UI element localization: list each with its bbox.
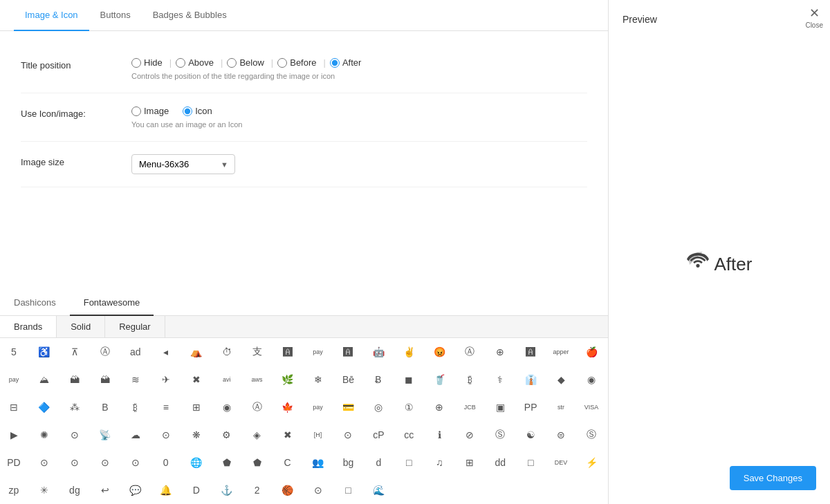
icon-cell[interactable]: ⛰	[30, 366, 58, 393]
icon-cell[interactable]: ⊙	[152, 421, 180, 449]
icon-cell[interactable]: 2	[243, 476, 271, 504]
close-button[interactable]: ✕ Close	[805, 7, 823, 30]
icon-cell[interactable]: Ⓐ	[91, 338, 119, 366]
icon-cell[interactable]: D	[183, 476, 210, 504]
image-size-dropdown[interactable]: Menu-16x16 Menu-24x24 Menu-32x32 Menu-36…	[131, 154, 235, 174]
icon-cell[interactable]: ⬟	[213, 449, 241, 476]
icon-cell[interactable]: ✺	[30, 421, 58, 449]
image-size-select[interactable]: Menu-16x16 Menu-24x24 Menu-32x32 Menu-36…	[131, 154, 235, 174]
icon-cell[interactable]: ⊙	[91, 449, 119, 476]
icon-cell[interactable]: ⊙	[122, 449, 149, 476]
icon-cell[interactable]: 🏀	[274, 476, 302, 504]
icon-cell[interactable]: ①	[395, 393, 423, 421]
icon-cell[interactable]: avi	[213, 366, 241, 393]
icon-cell[interactable]: pay	[304, 393, 332, 421]
icon-cell[interactable]: 5	[0, 338, 28, 366]
icon-cell[interactable]: 🥤	[425, 366, 453, 393]
tab-badges[interactable]: Badges & Bubbles	[142, 0, 238, 31]
icon-cell[interactable]: 🤖	[365, 338, 392, 366]
icon-cell[interactable]: [H]	[304, 421, 332, 449]
icon-cell[interactable]: 💬	[122, 476, 149, 504]
icon-cell[interactable]: ⊕	[486, 338, 514, 366]
icon-cell[interactable]: ⊘	[456, 421, 483, 449]
icon-cell[interactable]: 🏔	[61, 366, 89, 393]
icon-cell[interactable]: ⊙	[61, 449, 89, 476]
icon-cell[interactable]: ✖	[274, 421, 302, 449]
radio-icon[interactable]: Icon	[183, 106, 212, 116]
icon-cell[interactable]: □	[395, 449, 423, 476]
icon-cell[interactable]: Bē	[334, 366, 362, 393]
icon-cell[interactable]: 🔔	[152, 476, 180, 504]
radio-after[interactable]: After	[330, 57, 361, 68]
icon-cell[interactable]: str	[547, 393, 575, 421]
icon-cell[interactable]: dg	[61, 476, 89, 504]
icon-cell[interactable]: 🏔	[91, 366, 119, 393]
icon-cell[interactable]: ℹ	[425, 421, 453, 449]
icon-cell[interactable]: ⚓	[213, 476, 241, 504]
icon-cell[interactable]: ◈	[243, 421, 271, 449]
icon-cell[interactable]: apper	[547, 338, 575, 366]
icon-cell[interactable]: 👔	[517, 366, 544, 393]
icon-cell[interactable]: 支	[243, 338, 271, 366]
icon-cell[interactable]: 👥	[304, 449, 332, 476]
icon-cell[interactable]: ◆	[547, 366, 575, 393]
icon-cell[interactable]: cP	[365, 421, 392, 449]
icon-cell[interactable]: ≋	[122, 366, 149, 393]
icon-cell[interactable]: ◉	[578, 366, 605, 393]
icon-cell[interactable]: ▣	[486, 393, 514, 421]
icon-cell[interactable]: ✳	[30, 476, 58, 504]
filter-solid[interactable]: Solid	[57, 316, 105, 337]
icon-cell[interactable]: 📡	[91, 421, 119, 449]
icon-cell[interactable]: 🍁	[274, 393, 302, 421]
icon-cell[interactable]: ◼	[395, 366, 423, 393]
icon-cell[interactable]: ⊙	[30, 449, 58, 476]
icon-cell[interactable]: ⚡	[578, 449, 605, 476]
icon-cell[interactable]: 🅰	[274, 338, 302, 366]
icon-cell[interactable]: 🔷	[30, 393, 58, 421]
tab-buttons[interactable]: Buttons	[89, 0, 142, 31]
icon-cell[interactable]: bg	[334, 449, 362, 476]
icon-cell[interactable]: ⊟	[0, 393, 28, 421]
icon-cell[interactable]: ≡	[152, 393, 180, 421]
save-changes-button[interactable]: Save Changes	[730, 466, 816, 490]
icon-cell[interactable]: cc	[395, 421, 423, 449]
icon-cell[interactable]: PD	[0, 449, 28, 476]
icon-cell[interactable]: ⊞	[456, 449, 483, 476]
icon-cell[interactable]: ✈	[152, 366, 180, 393]
radio-above[interactable]: Above	[176, 57, 214, 68]
icon-cell[interactable]: ⚕	[486, 366, 514, 393]
icon-cell[interactable]: ☁	[122, 421, 149, 449]
icon-cell[interactable]: 🍎	[578, 338, 605, 366]
icon-cell[interactable]: Ƀ	[365, 366, 392, 393]
icon-cell[interactable]: ⏱	[213, 338, 241, 366]
icon-cell[interactable]: ₿	[456, 366, 483, 393]
icon-cell[interactable]: C	[274, 449, 302, 476]
icon-cell[interactable]: ⬟	[243, 449, 271, 476]
icon-cell[interactable]: ⊙	[61, 421, 89, 449]
icon-cell[interactable]: 💳	[334, 393, 362, 421]
icons-scroll-area[interactable]: 5♿⊼Ⓐad◂⛺⏱支🅰pay🅰🤖✌😡Ⓐ⊕🅰apper🍎pay⛰🏔🏔≋✈✖avia…	[0, 338, 608, 504]
icon-cell[interactable]: ❋	[183, 421, 210, 449]
icon-cell[interactable]: 🌐	[183, 449, 210, 476]
icon-cell[interactable]: 🅰	[517, 338, 544, 366]
icon-cell[interactable]: JCB	[456, 393, 483, 421]
icon-cell[interactable]: B	[91, 393, 119, 421]
icon-cell[interactable]: DEV	[547, 449, 575, 476]
icon-cell[interactable]: ⁂	[61, 393, 89, 421]
icon-cell[interactable]: ◉	[213, 393, 241, 421]
icon-cell[interactable]: ad	[122, 338, 149, 366]
icon-cell[interactable]: 🌿	[274, 366, 302, 393]
icon-cell[interactable]: zp	[0, 476, 28, 504]
tab-fontawesome[interactable]: Fontawesome	[70, 290, 154, 316]
icon-cell[interactable]: aws	[243, 366, 271, 393]
icon-cell[interactable]: ⛺	[183, 338, 210, 366]
radio-hide[interactable]: Hide	[131, 57, 163, 68]
icon-cell[interactable]: ⊕	[425, 393, 453, 421]
icon-cell[interactable]: ⊼	[61, 338, 89, 366]
icon-cell[interactable]: 😡	[425, 338, 453, 366]
radio-below[interactable]: Below	[227, 57, 264, 68]
icon-cell[interactable]: PP	[517, 393, 544, 421]
icon-cell[interactable]: 🌊	[365, 476, 392, 504]
icon-cell[interactable]: ⚙	[213, 421, 241, 449]
icon-cell[interactable]: □	[334, 476, 362, 504]
